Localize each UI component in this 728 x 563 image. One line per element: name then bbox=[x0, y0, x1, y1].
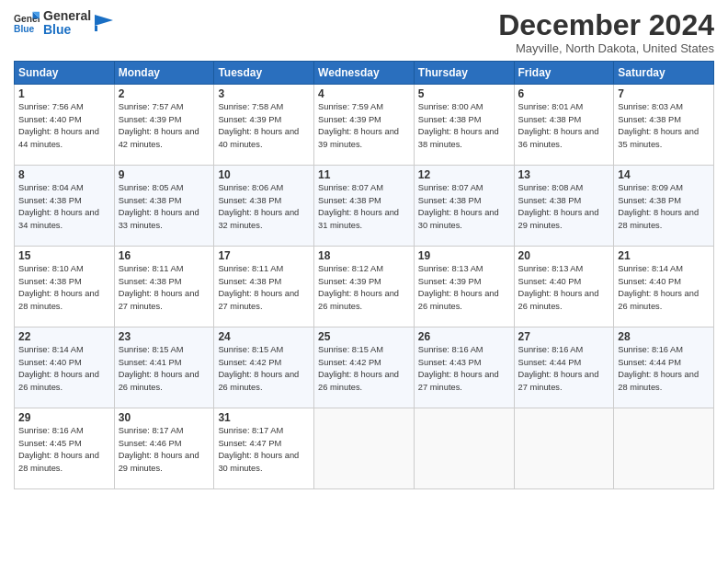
calendar-cell: 20Sunrise: 8:13 AMSunset: 4:40 PMDayligh… bbox=[514, 247, 614, 327]
calendar-cell: 3Sunrise: 7:58 AMSunset: 4:39 PMDaylight… bbox=[214, 85, 314, 166]
column-header-saturday: Saturday bbox=[614, 62, 714, 85]
calendar-cell: 14Sunrise: 8:09 AMSunset: 4:38 PMDayligh… bbox=[614, 166, 714, 247]
calendar-cell bbox=[314, 408, 415, 489]
day-info: Sunrise: 8:07 AMSunset: 4:38 PMDaylight:… bbox=[418, 183, 499, 229]
column-header-thursday: Thursday bbox=[414, 62, 514, 85]
day-info: Sunrise: 8:00 AMSunset: 4:38 PMDaylight:… bbox=[418, 102, 499, 148]
calendar-cell: 22Sunrise: 8:14 AMSunset: 4:40 PMDayligh… bbox=[15, 327, 115, 408]
day-number: 23 bbox=[119, 330, 210, 343]
day-info: Sunrise: 8:13 AMSunset: 4:39 PMDaylight:… bbox=[418, 264, 499, 310]
logo-general: General bbox=[43, 9, 91, 23]
day-number: 18 bbox=[318, 249, 410, 262]
calendar-body: 1Sunrise: 7:56 AMSunset: 4:40 PMDaylight… bbox=[15, 85, 714, 489]
day-number: 13 bbox=[518, 168, 610, 181]
day-number: 11 bbox=[318, 168, 410, 181]
day-info: Sunrise: 8:16 AMSunset: 4:43 PMDaylight:… bbox=[418, 345, 499, 391]
day-number: 26 bbox=[418, 330, 510, 343]
calendar-cell: 25Sunrise: 8:15 AMSunset: 4:42 PMDayligh… bbox=[314, 327, 415, 408]
day-info: Sunrise: 8:16 AMSunset: 4:44 PMDaylight:… bbox=[618, 345, 699, 391]
day-info: Sunrise: 7:56 AMSunset: 4:40 PMDaylight:… bbox=[18, 102, 99, 148]
calendar-table: SundayMondayTuesdayWednesdayThursdayFrid… bbox=[14, 61, 714, 489]
day-info: Sunrise: 8:10 AMSunset: 4:38 PMDaylight:… bbox=[18, 264, 99, 310]
calendar-cell: 17Sunrise: 8:11 AMSunset: 4:38 PMDayligh… bbox=[214, 247, 314, 327]
svg-rect-5 bbox=[95, 26, 97, 31]
calendar-cell: 10Sunrise: 8:06 AMSunset: 4:38 PMDayligh… bbox=[214, 166, 314, 247]
calendar-cell: 13Sunrise: 8:08 AMSunset: 4:38 PMDayligh… bbox=[514, 166, 614, 247]
day-number: 16 bbox=[119, 249, 210, 262]
calendar-cell: 12Sunrise: 8:07 AMSunset: 4:38 PMDayligh… bbox=[414, 166, 514, 247]
day-number: 4 bbox=[318, 87, 410, 100]
day-info: Sunrise: 8:04 AMSunset: 4:38 PMDaylight:… bbox=[18, 183, 99, 229]
column-header-monday: Monday bbox=[114, 62, 214, 85]
calendar-cell: 26Sunrise: 8:16 AMSunset: 4:43 PMDayligh… bbox=[414, 327, 514, 408]
calendar-cell: 16Sunrise: 8:11 AMSunset: 4:38 PMDayligh… bbox=[114, 247, 214, 327]
day-number: 29 bbox=[18, 411, 110, 424]
calendar-cell: 9Sunrise: 8:05 AMSunset: 4:38 PMDaylight… bbox=[114, 166, 214, 247]
day-info: Sunrise: 8:03 AMSunset: 4:38 PMDaylight:… bbox=[618, 102, 699, 148]
day-number: 17 bbox=[218, 249, 310, 262]
calendar-cell bbox=[414, 408, 514, 489]
day-number: 20 bbox=[518, 249, 610, 262]
title-block: December 2024 Mayville, North Dakota, Un… bbox=[498, 9, 714, 55]
day-number: 14 bbox=[618, 168, 710, 181]
logo-blue: Blue bbox=[43, 23, 91, 37]
svg-text:Blue: Blue bbox=[14, 25, 35, 35]
calendar-week-row: 8Sunrise: 8:04 AMSunset: 4:38 PMDaylight… bbox=[15, 166, 714, 247]
day-info: Sunrise: 8:16 AMSunset: 4:44 PMDaylight:… bbox=[518, 345, 599, 391]
day-info: Sunrise: 8:12 AMSunset: 4:39 PMDaylight:… bbox=[318, 264, 399, 310]
day-info: Sunrise: 8:07 AMSunset: 4:38 PMDaylight:… bbox=[318, 183, 399, 229]
calendar-cell: 15Sunrise: 8:10 AMSunset: 4:38 PMDayligh… bbox=[15, 247, 115, 327]
day-number: 30 bbox=[119, 411, 210, 424]
day-number: 8 bbox=[18, 168, 110, 181]
day-info: Sunrise: 8:13 AMSunset: 4:40 PMDaylight:… bbox=[518, 264, 599, 310]
svg-marker-4 bbox=[95, 15, 113, 26]
calendar-cell: 4Sunrise: 7:59 AMSunset: 4:39 PMDaylight… bbox=[314, 85, 415, 166]
day-number: 19 bbox=[418, 249, 510, 262]
day-number: 6 bbox=[518, 87, 610, 100]
calendar-week-row: 29Sunrise: 8:16 AMSunset: 4:45 PMDayligh… bbox=[15, 408, 714, 489]
calendar-cell: 1Sunrise: 7:56 AMSunset: 4:40 PMDaylight… bbox=[15, 85, 115, 166]
location: Mayville, North Dakota, United States bbox=[498, 41, 714, 55]
calendar-cell: 23Sunrise: 8:15 AMSunset: 4:41 PMDayligh… bbox=[114, 327, 214, 408]
calendar-cell: 8Sunrise: 8:04 AMSunset: 4:38 PMDaylight… bbox=[15, 166, 115, 247]
day-number: 22 bbox=[18, 330, 110, 343]
day-number: 7 bbox=[618, 87, 710, 100]
calendar-week-row: 22Sunrise: 8:14 AMSunset: 4:40 PMDayligh… bbox=[15, 327, 714, 408]
column-header-friday: Friday bbox=[514, 62, 614, 85]
calendar-cell: 27Sunrise: 8:16 AMSunset: 4:44 PMDayligh… bbox=[514, 327, 614, 408]
day-number: 21 bbox=[618, 249, 710, 262]
calendar-cell: 5Sunrise: 8:00 AMSunset: 4:38 PMDaylight… bbox=[414, 85, 514, 166]
calendar-cell: 31Sunrise: 8:17 AMSunset: 4:47 PMDayligh… bbox=[214, 408, 314, 489]
calendar-cell: 30Sunrise: 8:17 AMSunset: 4:46 PMDayligh… bbox=[114, 408, 214, 489]
day-number: 10 bbox=[218, 168, 310, 181]
day-number: 31 bbox=[218, 411, 310, 424]
day-info: Sunrise: 8:05 AMSunset: 4:38 PMDaylight:… bbox=[119, 183, 199, 229]
day-number: 2 bbox=[119, 87, 210, 100]
calendar-cell: 2Sunrise: 7:57 AMSunset: 4:39 PMDaylight… bbox=[114, 85, 214, 166]
column-header-wednesday: Wednesday bbox=[314, 62, 415, 85]
day-number: 3 bbox=[218, 87, 310, 100]
day-info: Sunrise: 8:11 AMSunset: 4:38 PMDaylight:… bbox=[218, 264, 299, 310]
column-header-sunday: Sunday bbox=[15, 62, 115, 85]
day-number: 5 bbox=[418, 87, 510, 100]
calendar-cell: 11Sunrise: 8:07 AMSunset: 4:38 PMDayligh… bbox=[314, 166, 415, 247]
calendar-cell: 24Sunrise: 8:15 AMSunset: 4:42 PMDayligh… bbox=[214, 327, 314, 408]
calendar-week-row: 15Sunrise: 8:10 AMSunset: 4:38 PMDayligh… bbox=[15, 247, 714, 327]
day-info: Sunrise: 8:15 AMSunset: 4:42 PMDaylight:… bbox=[318, 345, 399, 391]
logo: General Blue General Blue bbox=[14, 9, 113, 38]
calendar-cell: 18Sunrise: 8:12 AMSunset: 4:39 PMDayligh… bbox=[314, 247, 415, 327]
calendar-cell: 6Sunrise: 8:01 AMSunset: 4:38 PMDaylight… bbox=[514, 85, 614, 166]
month-title: December 2024 bbox=[498, 9, 714, 41]
day-info: Sunrise: 7:58 AMSunset: 4:39 PMDaylight:… bbox=[218, 102, 299, 148]
calendar-header-row: SundayMondayTuesdayWednesdayThursdayFrid… bbox=[15, 62, 714, 85]
header: General Blue General Blue December 2024 … bbox=[14, 9, 714, 55]
day-number: 12 bbox=[418, 168, 510, 181]
calendar-cell: 29Sunrise: 8:16 AMSunset: 4:45 PMDayligh… bbox=[15, 408, 115, 489]
day-number: 24 bbox=[218, 330, 310, 343]
day-number: 9 bbox=[119, 168, 210, 181]
calendar-cell: 28Sunrise: 8:16 AMSunset: 4:44 PMDayligh… bbox=[614, 327, 714, 408]
page: General Blue General Blue December 2024 … bbox=[0, 0, 728, 563]
day-info: Sunrise: 8:14 AMSunset: 4:40 PMDaylight:… bbox=[618, 264, 699, 310]
calendar-cell: 19Sunrise: 8:13 AMSunset: 4:39 PMDayligh… bbox=[414, 247, 514, 327]
calendar-cell: 7Sunrise: 8:03 AMSunset: 4:38 PMDaylight… bbox=[614, 85, 714, 166]
